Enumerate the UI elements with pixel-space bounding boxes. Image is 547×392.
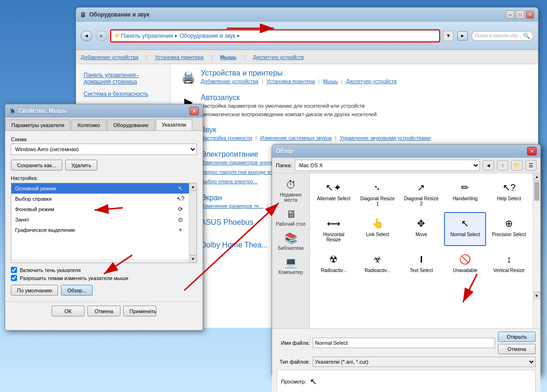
cursor-thumb-link-select[interactable]: 👆 Link Select [357, 212, 399, 246]
scrollbar-down-button[interactable]: ▼ [189, 255, 197, 263]
link-volume[interactable]: Настройка громкости [201, 135, 252, 141]
cursor-thumb-text-select[interactable]: I Text Select [401, 248, 443, 277]
cursor-thumb-handwriting[interactable]: ✏ Handwriting [444, 176, 486, 210]
address-bar[interactable]: 📁 Панель управления ► Оборудование и зву… [111, 30, 439, 42]
cursor-item-bg[interactable]: Фоновый режим ⟳ [11, 204, 189, 214]
link-install-printer-2[interactable]: Установка принтера [266, 78, 315, 84]
sidebar-item-system[interactable]: Система и безопасность [76, 88, 170, 100]
cursor-thumb-alt-select[interactable]: ↖✦ Alternate Select [313, 176, 355, 210]
open-button[interactable]: Открыть [498, 332, 536, 342]
settings-label: Настройка: [11, 175, 197, 181]
cursor-thumb-unavailable[interactable]: 🚫 Unavailable [444, 248, 486, 277]
browse-scroll-down[interactable]: ▼ [533, 292, 540, 299]
browse-sidebar-computer[interactable]: 💻 Компьютер [274, 254, 308, 278]
link-mouse[interactable]: Мышь [220, 54, 237, 60]
mouse-dialog-tabs: Параметры указателя Колесико Оборудовани… [5, 118, 203, 131]
cursor-item-main[interactable]: Основной режим ↖ [11, 183, 189, 194]
tab-wheel[interactable]: Колесико [71, 119, 106, 130]
browse-close-button[interactable]: ✕ [527, 147, 537, 155]
link-manage-audio[interactable]: Управление звуковыми устройствами [340, 135, 430, 141]
link-system-sounds[interactable]: Изменение системных звуков [260, 135, 332, 141]
search-icon[interactable]: 🔍 [523, 33, 530, 39]
cursor-thumb-diag1[interactable]: ↔ Diagonal Resize 1 [357, 176, 399, 210]
section-sound: 🔊 Звук Настройка громкости | Изменение с… [180, 126, 529, 145]
diag1-label: Diagonal Resize 1 [359, 196, 396, 206]
default-button[interactable]: По умолчанию [11, 285, 58, 296]
cursor-item-busy[interactable]: Занят ⊙ [11, 214, 189, 225]
browse-scrollbar[interactable]: ▲ ▼ [533, 173, 540, 328]
browse-view-button[interactable]: ☰ [525, 160, 537, 170]
cursor-thumb-radio1[interactable]: ☢ Radioactiv... [313, 248, 355, 277]
apply-button[interactable]: Применить [123, 306, 156, 316]
cancel-button[interactable]: Отмена [87, 306, 120, 316]
ok-button[interactable]: ОК [51, 306, 85, 316]
breadcrumb-item-1[interactable]: Панель управления [121, 33, 173, 39]
diag1-icon: ↔ [369, 179, 386, 196]
cursor-list-scrollbar[interactable]: ▲ ▼ [189, 183, 197, 263]
save-as-button[interactable]: Сохранить как... [11, 160, 62, 170]
browse-back-button[interactable]: ◄ [483, 160, 494, 170]
folder-select[interactable]: Mac OS X [295, 160, 480, 171]
filename-input[interactable] [313, 338, 495, 348]
cursor-thumb-radio2[interactable]: ☣ Radioactiv... [357, 248, 399, 277]
cursor-thumb-precision[interactable]: ⊕ Precision Select [488, 212, 530, 246]
libraries-icon: 📚 [284, 232, 297, 245]
browse-cancel-button[interactable]: Отмена [498, 344, 536, 354]
scheme-select[interactable]: Windows Aero (системная) [11, 144, 197, 155]
filetype-select[interactable]: Указатели (*.ani, *.cur) [313, 357, 536, 367]
cursor-thumb-help-select[interactable]: ↖? Help Select [488, 176, 530, 210]
maximize-button[interactable]: □ [516, 10, 524, 19]
cursor-thumb-diag2[interactable]: ↗ Diagonal Resize 2 [401, 176, 443, 210]
theme-label: Разрешить темам изменять указатели мыши [20, 275, 128, 281]
forward-button[interactable]: ► [96, 31, 107, 41]
go-button[interactable]: ► [457, 31, 468, 41]
cursor-thumb-horiz-resize[interactable]: ⟷ Horizontal Resize [313, 212, 355, 246]
browse-new-folder-button[interactable]: 📁 [511, 160, 522, 170]
search-box[interactable]: Поиск в панели упр... 🔍 [471, 31, 533, 41]
delete-button[interactable]: Удалить [65, 160, 97, 170]
vert-resize-icon: ↕ [507, 252, 512, 267]
link-device-manager-2[interactable]: Диспетчер устройств [346, 78, 397, 84]
cursor-thumb-move[interactable]: ✥ Move [401, 212, 443, 246]
browse-sidebar-recent[interactable]: ⏱ Недавние места [274, 176, 308, 205]
sidebar-item-home[interactable]: Панель управления - домашняя страница [76, 69, 170, 88]
mouse-dialog-title: Свойства: Мышь [18, 108, 67, 114]
cursor-item-help[interactable]: Выбор справки ↖? [11, 194, 189, 204]
alt-select-icon: ↖✦ [325, 180, 342, 195]
browse-up-button[interactable]: ↑ [497, 160, 508, 170]
move-icon: ✥ [417, 216, 425, 231]
browse-titlebar: Обзор ✕ [272, 145, 540, 158]
browse-sidebar-desktop[interactable]: 🖥 Рабочий стол [274, 205, 308, 230]
autoplay-desc2: Автоматическое воспроизведение компакт-д… [201, 111, 376, 117]
link-mouse-2[interactable]: Мышь [323, 78, 338, 84]
browse-sidebar-libraries[interactable]: 📚 Библиотеки [274, 230, 308, 254]
tab-pointer-params[interactable]: Параметры указателя [5, 119, 70, 130]
text-select-label: Text Select [410, 268, 433, 273]
link-display-size[interactable]: Изменение размеров те... [201, 203, 263, 209]
minimize-button[interactable]: ─ [506, 10, 514, 19]
autoplay-desc1: Настройка параметров по умолчанию для но… [201, 103, 376, 109]
help-select-icon: ↖? [503, 180, 516, 195]
close-button[interactable]: ✕ [526, 10, 534, 19]
back-button[interactable]: ◄ [81, 31, 92, 41]
tab-hardware[interactable]: Оборудование [107, 119, 155, 130]
link-add-device-2[interactable]: Добавление устройства [201, 78, 258, 84]
cursor-item-busy-label: Занят [15, 217, 29, 222]
browse-scroll-thumb[interactable] [534, 182, 539, 201]
link-power-plan[interactable]: Выбор плана электро... [201, 179, 257, 184]
shadow-checkbox[interactable] [11, 267, 17, 273]
cursor-thumb-vert-resize[interactable]: ↕ Vertical Resize [488, 248, 530, 277]
tab-pointers[interactable]: Указатели [156, 119, 193, 130]
cursor-item-select[interactable]: Графическое выделение + [11, 225, 189, 235]
link-device-manager[interactable]: Диспетчер устройств [253, 54, 304, 60]
browse-button[interactable]: Обзор... [61, 285, 93, 296]
cursor-thumb-normal-select[interactable]: ↖ Normal Select [444, 212, 486, 246]
link-install-printer[interactable]: Установка принтера [155, 54, 204, 60]
mouse-dialog-close-button[interactable]: ✕ [189, 107, 199, 115]
breadcrumb-item-2[interactable]: Оборудование и звук [179, 33, 235, 39]
link-add-device[interactable]: Добавление устройства [81, 54, 138, 60]
scrollbar-up-button[interactable]: ▲ [189, 183, 197, 191]
browse-scroll-up[interactable]: ▲ [533, 173, 540, 181]
theme-checkbox[interactable] [11, 275, 17, 281]
address-dropdown-button[interactable]: ▼ [443, 31, 453, 41]
